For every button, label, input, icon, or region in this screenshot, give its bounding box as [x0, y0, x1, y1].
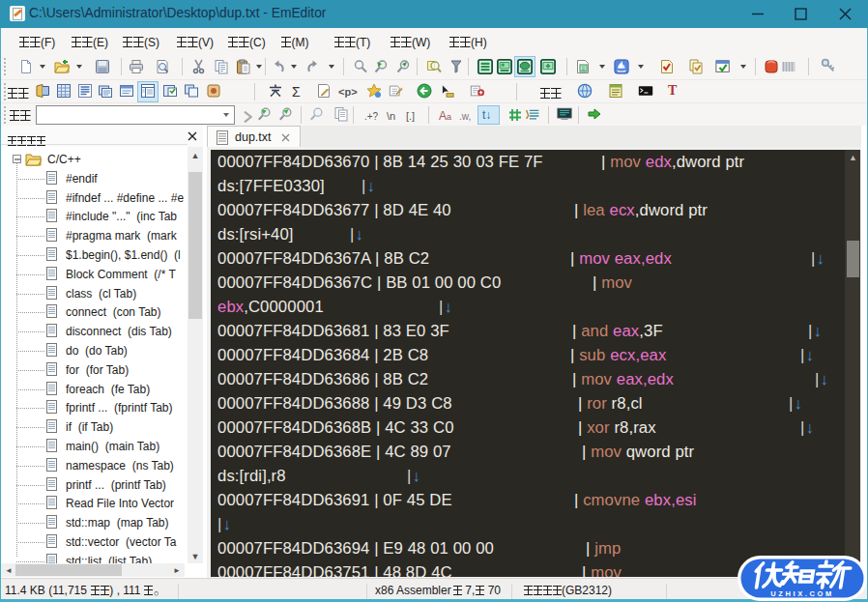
- svg-text:UZHIX.COM: UZHIX.COM: [770, 589, 833, 598]
